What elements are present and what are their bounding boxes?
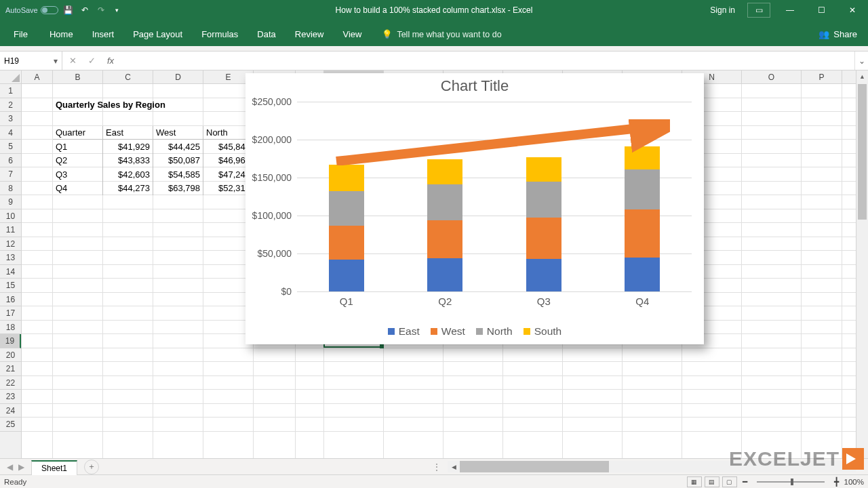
close-button[interactable]: ✕ — [837, 0, 868, 20]
row-header-9[interactable]: 9 — [0, 195, 21, 209]
normal-view-icon[interactable]: ▦ — [687, 476, 702, 487]
tab-insert[interactable]: Insert — [83, 24, 124, 46]
select-all-button[interactable] — [0, 70, 22, 84]
tab-formulas[interactable]: Formulas — [192, 24, 248, 46]
tab-page-layout[interactable]: Page Layout — [123, 24, 192, 46]
row-header-11[interactable]: 11 — [0, 223, 21, 237]
cell-C8[interactable]: $44,273 — [103, 182, 153, 196]
legend-item-South[interactable]: South — [524, 325, 562, 338]
tab-view[interactable]: View — [333, 24, 371, 46]
cell-B5[interactable]: Q1 — [53, 140, 103, 154]
row-header-21[interactable]: 21 — [0, 362, 21, 376]
bar-segment-South[interactable] — [329, 165, 364, 191]
row-header-3[interactable]: 3 — [0, 112, 21, 126]
scroll-up-icon[interactable]: ▲ — [856, 70, 868, 83]
row-header-1[interactable]: 1 — [0, 84, 21, 98]
col-header-B[interactable]: B — [53, 70, 103, 83]
cell-B7[interactable]: Q3 — [53, 167, 103, 182]
scroll-left-icon[interactable]: ◀ — [448, 464, 460, 470]
page-break-view-icon[interactable]: ▢ — [722, 476, 737, 487]
row-header-2[interactable]: 2 — [0, 98, 21, 113]
minimize-button[interactable]: — — [774, 0, 806, 20]
row-header-16[interactable]: 16 — [0, 293, 21, 307]
cell-C6[interactable]: $43,833 — [103, 154, 153, 168]
horizontal-scroll-thumb[interactable] — [460, 461, 609, 472]
expand-formula-bar-icon[interactable]: ⌄ — [854, 52, 868, 70]
cancel-formula-icon[interactable]: ✕ — [65, 56, 80, 66]
cell-C4[interactable]: East — [103, 126, 153, 140]
tab-scroll-separator[interactable]: ⋮ — [433, 462, 436, 472]
insert-function-icon[interactable]: fx — [103, 56, 118, 66]
page-layout-view-icon[interactable]: ▤ — [705, 476, 719, 487]
enter-formula-icon[interactable]: ✓ — [84, 56, 99, 66]
arrow-annotation[interactable] — [334, 119, 670, 165]
bar-segment-West[interactable] — [526, 218, 561, 259]
bar-segment-East[interactable] — [625, 258, 660, 291]
tab-file[interactable]: File — [1, 24, 40, 46]
signin-button[interactable]: Sign in — [702, 5, 743, 15]
cell-D6[interactable]: $50,087 — [153, 154, 203, 168]
row-header-24[interactable]: 24 — [0, 404, 21, 418]
formula-input[interactable] — [121, 52, 854, 70]
cell-D7[interactable]: $54,585 — [153, 167, 203, 182]
save-icon[interactable]: 💾 — [62, 4, 75, 16]
zoom-slider[interactable] — [757, 481, 825, 483]
bar-segment-North[interactable] — [427, 184, 462, 220]
undo-icon[interactable]: ↶ — [79, 4, 91, 16]
bar-segment-West[interactable] — [329, 226, 364, 260]
col-header-A[interactable]: A — [22, 70, 53, 83]
tell-me-search[interactable]: 💡 Tell me what you want to do — [382, 29, 501, 46]
cell-B8[interactable]: Q4 — [53, 182, 103, 196]
row-header-4[interactable]: 4 — [0, 126, 21, 140]
chevron-down-icon[interactable]: ▾ — [54, 56, 58, 66]
cell-B4[interactable]: Quarter — [53, 126, 103, 140]
row-header-5[interactable]: 5 — [0, 140, 21, 154]
spreadsheet-grid[interactable]: ABCDEFGHIJKLMNOP 12345678910111213141516… — [0, 70, 868, 458]
chart-legend[interactable]: EastWestNorthSouth — [245, 325, 704, 338]
bar-segment-West[interactable] — [427, 220, 462, 258]
legend-item-West[interactable]: West — [431, 325, 465, 338]
cell-B2[interactable]: Quarterly Sales by Region — [53, 98, 229, 113]
row-header-10[interactable]: 10 — [0, 209, 21, 224]
row-header-18[interactable]: 18 — [0, 321, 21, 335]
row-header-6[interactable]: 6 — [0, 154, 21, 168]
vertical-scrollbar[interactable]: ▲ ▼ — [856, 70, 868, 458]
legend-item-East[interactable]: East — [388, 325, 420, 338]
row-header-14[interactable]: 14 — [0, 265, 21, 279]
customize-qat-icon[interactable]: ▾ — [111, 4, 123, 16]
autosave-toggle[interactable]: AutoSave — [5, 6, 58, 14]
vertical-scroll-thumb[interactable] — [858, 84, 867, 220]
new-sheet-button[interactable]: ＋ — [84, 460, 99, 474]
row-header-20[interactable]: 20 — [0, 348, 21, 363]
name-box[interactable]: H19 ▾ — [0, 52, 62, 70]
cell-C5[interactable]: $41,929 — [103, 140, 153, 154]
maximize-button[interactable]: ☐ — [806, 0, 837, 20]
cell-D4[interactable]: West — [153, 126, 203, 140]
redo-icon[interactable]: ↷ — [95, 4, 107, 16]
bar-segment-North[interactable] — [526, 182, 561, 218]
tab-review[interactable]: Review — [285, 24, 334, 46]
cell-D5[interactable]: $44,425 — [153, 140, 203, 154]
row-header-25[interactable]: 25 — [0, 418, 21, 432]
col-header-C[interactable]: C — [103, 70, 153, 83]
row-header-8[interactable]: 8 — [0, 182, 21, 196]
row-header-19[interactable]: 19 — [0, 334, 21, 348]
row-header-15[interactable]: 15 — [0, 279, 21, 293]
row-header-17[interactable]: 17 — [0, 306, 21, 321]
cell-C7[interactable]: $42,603 — [103, 167, 153, 182]
sheet-tab-sheet1[interactable]: Sheet1 — [31, 460, 77, 475]
bar-segment-North[interactable] — [625, 169, 660, 209]
bar-segment-East[interactable] — [329, 260, 364, 291]
zoom-level[interactable]: 100% — [844, 478, 864, 486]
cell-D8[interactable]: $63,798 — [153, 182, 203, 196]
col-header-D[interactable]: D — [153, 70, 203, 83]
cell-B6[interactable]: Q2 — [53, 154, 103, 168]
tab-home[interactable]: Home — [40, 24, 83, 46]
row-header-12[interactable]: 12 — [0, 237, 21, 251]
row-header-13[interactable]: 13 — [0, 251, 21, 265]
col-header-P[interactable]: P — [802, 70, 842, 83]
bar-segment-East[interactable] — [427, 258, 462, 291]
prev-sheet-icon[interactable]: ◀ — [7, 462, 13, 472]
col-header-O[interactable]: O — [742, 70, 802, 83]
bar-segment-North[interactable] — [329, 191, 364, 226]
